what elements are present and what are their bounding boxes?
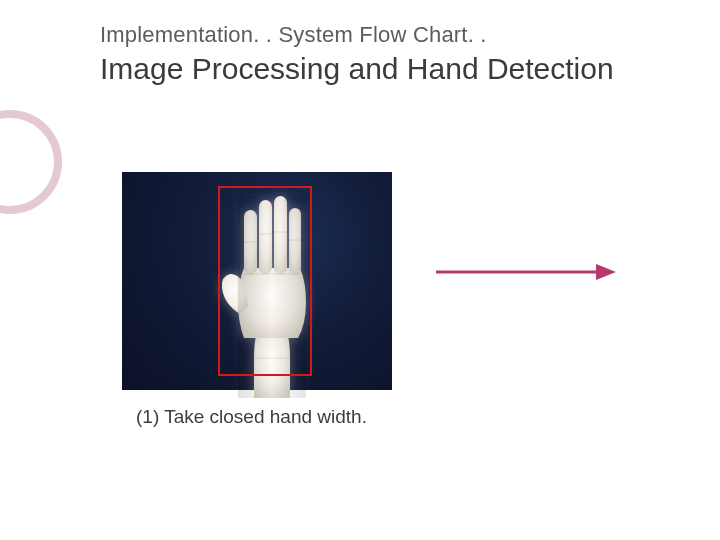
svg-marker-12: [596, 264, 616, 280]
page-title: Image Processing and Hand Detection: [100, 52, 614, 86]
decorative-ring: [0, 110, 62, 214]
hand-photo-figure: [122, 172, 392, 390]
slide: Implementation. . System Flow Chart. . I…: [0, 0, 720, 540]
arrow-right-icon: [436, 258, 616, 286]
breadcrumb: Implementation. . System Flow Chart. .: [100, 22, 487, 48]
figure-caption: (1) Take closed hand width.: [136, 406, 367, 428]
detection-bounding-box: [218, 186, 312, 376]
